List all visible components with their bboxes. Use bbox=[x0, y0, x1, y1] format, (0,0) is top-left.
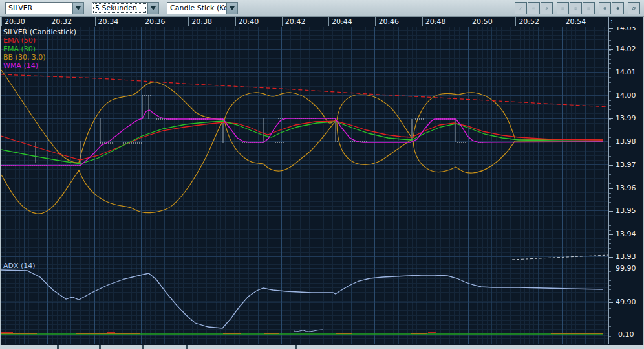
symbol-dropdown-button[interactable] bbox=[72, 2, 84, 14]
horizontal-dashed-line-tool-button[interactable] bbox=[528, 2, 540, 14]
indicator-label-tick bbox=[609, 269, 613, 269]
adx-blue-fragment bbox=[294, 330, 323, 332]
interval-combo[interactable]: 5 Sekunden bbox=[92, 2, 159, 14]
time-label: 20:42 bbox=[282, 17, 306, 26]
axis-minor-tick bbox=[609, 193, 611, 194]
time-label: 20:40 bbox=[235, 17, 259, 26]
axis-minor-tick bbox=[609, 336, 611, 337]
price-label-tick bbox=[609, 257, 613, 258]
symbol-combo[interactable]: SILVER bbox=[5, 2, 84, 14]
time-label: 20:52 bbox=[515, 17, 539, 26]
legend-item: WMA (14) bbox=[3, 62, 76, 70]
price-label-tick bbox=[609, 188, 613, 189]
slashed-circle-icon bbox=[545, 4, 548, 13]
price-label-tick bbox=[609, 142, 613, 142]
panel-boundary-dashed bbox=[512, 255, 608, 260]
legend-item: EMA (30) bbox=[3, 45, 76, 53]
price-label: 14.00 bbox=[616, 91, 636, 100]
chart-area[interactable]: SILVER (Candlestick)EMA (50)EMA (30)BB (… bbox=[1, 27, 608, 344]
axis-minor-tick bbox=[609, 253, 611, 253]
price-label: 14.01 bbox=[616, 68, 636, 76]
axis-minor-tick bbox=[609, 332, 611, 332]
hatched-circle-button[interactable] bbox=[599, 2, 611, 14]
overlapping-windows-icon bbox=[632, 4, 636, 13]
adx-line bbox=[1, 270, 603, 328]
axis-minor-tick bbox=[609, 124, 611, 124]
axis-minor-tick bbox=[609, 87, 611, 87]
axis-minor-tick bbox=[609, 326, 611, 327]
axis-minor-tick bbox=[609, 156, 611, 157]
time-label: 20:44 bbox=[328, 17, 352, 26]
axis-minor-tick bbox=[609, 68, 611, 69]
axis-minor-tick bbox=[609, 137, 611, 138]
axis-minor-tick bbox=[609, 59, 611, 60]
trendline-tool-button[interactable] bbox=[515, 2, 527, 14]
price-label-tick bbox=[609, 96, 613, 96]
price-label: 13.99 bbox=[616, 114, 636, 122]
scrollbar-tick bbox=[186, 345, 188, 349]
price-label: 14.02 bbox=[616, 45, 636, 53]
time-axis[interactable]: 20:3020:3220:3420:3620:3820:4020:4220:44… bbox=[1, 17, 608, 27]
interval-value[interactable]: 5 Sekunden bbox=[92, 2, 147, 14]
chart-type-combo[interactable]: Candle Stick (Kerze bbox=[167, 2, 238, 14]
line-style-medium-dash-button[interactable] bbox=[570, 2, 582, 14]
axis-corner: : bbox=[608, 17, 643, 27]
bottom-scrollbar[interactable] bbox=[0, 345, 644, 349]
axis-minor-tick bbox=[609, 289, 611, 290]
chart-type-dropdown-button[interactable] bbox=[226, 2, 238, 14]
chart-bottom-border bbox=[1, 344, 643, 344]
diagonal-line-icon bbox=[519, 4, 522, 13]
axis-minor-tick bbox=[609, 91, 611, 92]
price-label-tick bbox=[609, 165, 613, 166]
axis-minor-tick bbox=[609, 63, 611, 64]
time-label: 20:32 bbox=[48, 17, 72, 26]
toolbar-tools bbox=[514, 2, 644, 14]
cascade-windows-button[interactable] bbox=[628, 2, 640, 14]
scrollbar-tick bbox=[295, 345, 297, 349]
panel-separator[interactable] bbox=[1, 260, 643, 260]
axis-minor-tick bbox=[609, 225, 611, 226]
symbol-value[interactable]: SILVER bbox=[5, 2, 72, 14]
axis-minor-tick bbox=[609, 77, 611, 78]
circle-dotted-icon bbox=[616, 4, 619, 13]
chart-window: SILVER 5 Sekunden Candle Stick (Kerze 20… bbox=[0, 0, 644, 349]
candle-dotted-levels bbox=[1, 96, 483, 166]
axis-minor-tick bbox=[609, 322, 611, 322]
dashed-rows-dense-icon bbox=[587, 4, 590, 13]
line-style-dense-dash-button[interactable] bbox=[583, 2, 595, 14]
legend-item: BB (30, 3.0) bbox=[3, 53, 76, 62]
price-label: 13.96 bbox=[616, 184, 636, 192]
axis-minor-tick bbox=[609, 146, 611, 147]
axis-minor-tick bbox=[609, 45, 611, 46]
price-axis[interactable]: 14.0314.0214.0114.0013.9913.9813.9713.96… bbox=[608, 27, 643, 344]
axis-minor-tick bbox=[609, 40, 611, 41]
dotted-circle-button[interactable] bbox=[612, 2, 624, 14]
interval-dropdown-button[interactable] bbox=[147, 2, 159, 14]
scrollbar-tick bbox=[57, 345, 59, 349]
axis-minor-tick bbox=[609, 36, 611, 36]
slashed-circle-tool-button[interactable] bbox=[541, 2, 553, 14]
axis-minor-tick bbox=[609, 239, 611, 240]
chart-type-value[interactable]: Candle Stick (Kerze bbox=[167, 2, 226, 14]
axis-minor-tick bbox=[609, 299, 611, 300]
price-label-tick bbox=[609, 49, 613, 50]
axis-minor-tick bbox=[609, 304, 611, 304]
time-label: 20:38 bbox=[188, 17, 212, 26]
axis-minor-tick bbox=[609, 313, 611, 313]
time-label: 20:30 bbox=[1, 17, 25, 26]
axis-minor-tick bbox=[609, 183, 611, 184]
chevron-down-icon bbox=[76, 6, 81, 10]
toolbar: SILVER 5 Sekunden Candle Stick (Kerze bbox=[0, 0, 644, 17]
price-label: 14.03 bbox=[616, 27, 636, 32]
axis-minor-tick bbox=[609, 100, 611, 101]
chevron-down-icon bbox=[230, 6, 235, 10]
axis-minor-tick bbox=[609, 221, 611, 221]
price-label-tick bbox=[609, 28, 613, 29]
axis-minor-tick bbox=[609, 152, 611, 152]
axis-minor-tick bbox=[609, 115, 611, 115]
axis-minor-tick bbox=[609, 109, 611, 110]
legend-item: SILVER (Candlestick) bbox=[3, 28, 76, 36]
axis-minor-tick bbox=[609, 271, 611, 272]
line-style-sparse-dash-button[interactable] bbox=[557, 2, 569, 14]
adx-gridlines bbox=[1, 269, 608, 335]
